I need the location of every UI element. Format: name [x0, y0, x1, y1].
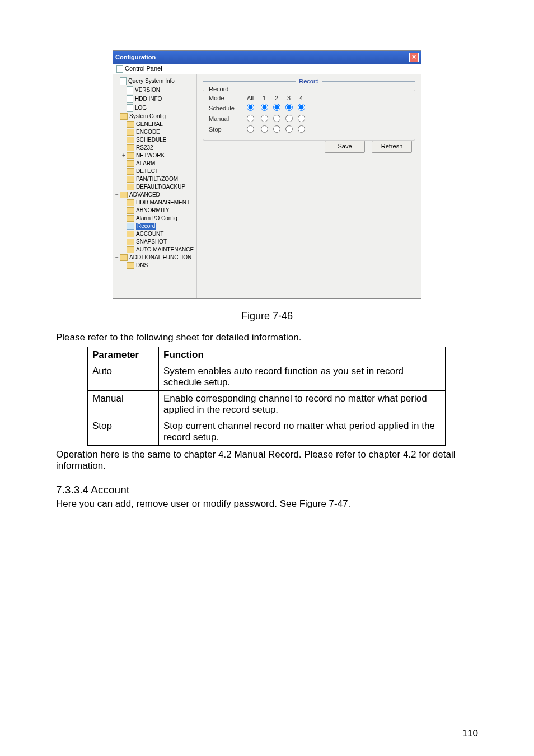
section-header: Record	[203, 78, 415, 87]
tree-item-additional-function[interactable]: −ADDTIONAL FUNCTION	[114, 254, 195, 262]
radio-stop-all[interactable]	[247, 125, 254, 133]
radio-schedule-2[interactable]	[273, 104, 280, 111]
col-1: 1	[258, 95, 270, 102]
control-panel-row[interactable]: Control Panel	[113, 64, 421, 74]
tree-item-record[interactable]: Record	[121, 222, 195, 230]
col-3: 3	[283, 95, 295, 102]
row-schedule-label: Schedule	[209, 105, 242, 112]
paragraph-operation: Operation here is the same to chapter 4.…	[56, 449, 478, 472]
window-title: Configuration	[115, 54, 156, 61]
folder-open-icon	[127, 223, 134, 230]
tree-item-abnormity[interactable]: ABNORMITY	[121, 207, 195, 214]
refresh-button[interactable]: Refresh	[372, 141, 412, 153]
folder-icon	[127, 246, 134, 253]
content-pane: Record Record Mode All 1 2 3 4 Schedule	[197, 74, 421, 298]
control-panel-icon	[116, 65, 123, 73]
radio-manual-2[interactable]	[273, 115, 280, 122]
tree-item-snapshot[interactable]: SNAPSHOT	[121, 238, 195, 246]
section-header-label: Record	[299, 78, 318, 85]
folder-icon	[120, 192, 128, 198]
control-panel-label: Control Panel	[125, 65, 162, 72]
tree-item-version[interactable]: VERSION	[121, 86, 195, 95]
tree-item-query-system-info[interactable]: −Query System Info	[114, 77, 195, 86]
folder-icon	[120, 254, 128, 261]
tree-item-auto-maintenance[interactable]: AUTO MAINTENANCE	[121, 246, 195, 254]
mode-label: Mode	[209, 95, 242, 102]
cell-manual-desc: Enable corresponding channel to record n…	[159, 391, 446, 418]
folder-icon	[127, 184, 134, 190]
tree-icon	[120, 77, 127, 85]
radio-schedule-1[interactable]	[261, 104, 268, 111]
page-number: 110	[462, 728, 478, 739]
folder-icon	[127, 152, 134, 159]
cell-stop-desc: Stop current channel record no matter wh…	[159, 418, 446, 446]
table-row: Auto System enables auto record function…	[88, 363, 446, 391]
table-row: Manual Enable corresponding channel to r…	[88, 391, 446, 418]
tree-item-advanced[interactable]: −ADVANCED	[114, 191, 195, 199]
tree-item-account[interactable]: ACCOUNT	[121, 230, 195, 238]
nav-tree: −Query System Info VERSION HDD INFO LOG …	[113, 74, 197, 298]
folder-icon	[127, 215, 134, 222]
folder-icon	[127, 137, 134, 143]
cell-manual: Manual	[88, 391, 159, 418]
save-button[interactable]: Save	[325, 141, 365, 153]
record-group: Record Mode All 1 2 3 4 Schedule	[203, 90, 415, 141]
radio-stop-1[interactable]	[261, 125, 268, 133]
tree-item-network[interactable]: +NETWORK	[121, 152, 195, 160]
configuration-window: Configuration × Control Panel −Query Sys…	[113, 50, 421, 299]
folder-icon	[127, 129, 134, 136]
tree-item-schedule[interactable]: SCHEDULE	[121, 136, 195, 144]
folder-icon	[127, 231, 134, 237]
radio-schedule-3[interactable]	[285, 104, 293, 111]
close-icon[interactable]: ×	[409, 53, 419, 62]
folder-icon	[127, 176, 134, 183]
tree-item-hdd-management[interactable]: HDD MANAGEMENT	[121, 199, 195, 207]
folder-icon	[127, 239, 134, 245]
th-function: Function	[159, 347, 446, 363]
row-manual-label: Manual	[209, 115, 242, 123]
record-legend: Record	[207, 86, 231, 93]
tree-item-alarm[interactable]: ALARM	[121, 160, 195, 167]
radio-stop-4[interactable]	[298, 125, 305, 133]
radio-stop-3[interactable]	[285, 125, 293, 133]
tree-item-hdd-info[interactable]: HDD INFO	[121, 95, 195, 104]
col-4: 4	[295, 95, 307, 102]
tree-item-dns[interactable]: DNS	[121, 262, 195, 269]
figure-caption: Figure 7-46	[56, 310, 478, 322]
doc-icon	[127, 86, 133, 94]
radio-stop-2[interactable]	[273, 125, 280, 133]
tree-item-encode[interactable]: ENCODE	[121, 128, 195, 136]
tree-item-system-config[interactable]: −System Config	[114, 113, 195, 120]
folder-icon	[127, 199, 134, 206]
folder-icon	[127, 121, 134, 128]
radio-manual-all[interactable]	[247, 115, 254, 122]
tree-item-default-backup[interactable]: DEFAULT/BACKUP	[121, 183, 195, 191]
cell-auto: Auto	[88, 363, 159, 391]
cell-stop: Stop	[88, 418, 159, 446]
folder-icon	[127, 168, 134, 175]
tree-item-detect[interactable]: DETECT	[121, 167, 195, 175]
th-parameter: Parameter	[88, 347, 159, 363]
radio-manual-3[interactable]	[285, 115, 293, 122]
col-all: All	[242, 95, 258, 102]
table-row: Parameter Function	[88, 347, 446, 363]
folder-icon	[127, 144, 134, 151]
tree-item-rs232[interactable]: RS232	[121, 144, 195, 152]
table-row: Stop Stop current channel record no matt…	[88, 418, 446, 446]
intro-paragraph: Please refer to the following sheet for …	[56, 332, 478, 343]
radio-manual-4[interactable]	[298, 115, 305, 122]
folder-icon	[127, 160, 134, 167]
heading-account: 7.3.3.4 Account	[56, 484, 478, 496]
row-stop-label: Stop	[209, 126, 242, 133]
folder-icon	[127, 262, 134, 269]
tree-item-alarm-io-config[interactable]: Alarm I/O Config	[121, 214, 195, 222]
tree-item-general[interactable]: GENERAL	[121, 120, 195, 128]
folder-icon	[120, 113, 128, 120]
tree-item-ptz[interactable]: PAN/TILT/ZOOM	[121, 175, 195, 183]
tree-item-log[interactable]: LOG	[121, 104, 195, 113]
radio-schedule-all[interactable]	[247, 104, 254, 111]
radio-manual-1[interactable]	[261, 115, 268, 122]
window-titlebar: Configuration ×	[113, 51, 421, 64]
parameter-table: Parameter Function Auto System enables a…	[87, 347, 446, 446]
radio-schedule-4[interactable]	[298, 104, 305, 111]
